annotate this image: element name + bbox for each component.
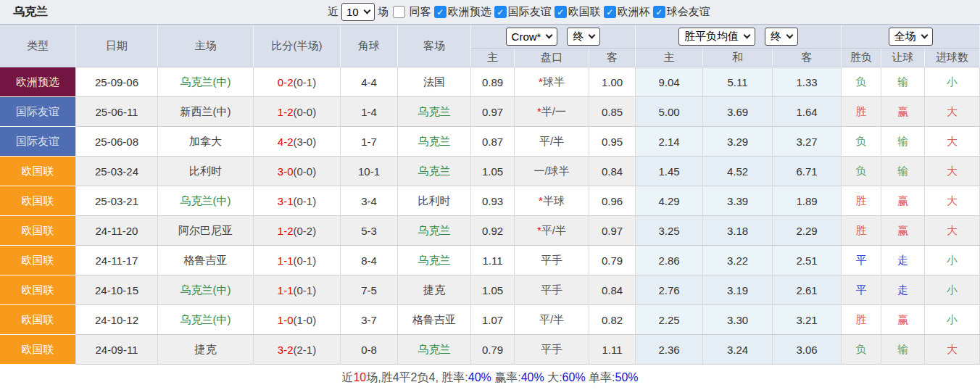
euro-draw-odds: 3.30 — [703, 305, 773, 335]
sub-header-2: 客 — [589, 49, 636, 67]
corners-cell: 3-4 — [341, 186, 398, 216]
euro-away-odds: 6.71 — [773, 157, 842, 186]
sub-header-1: 盘口 — [515, 49, 589, 67]
result-goals: 大 — [925, 216, 980, 246]
header-group-2: 全场 — [842, 25, 980, 49]
away-team: 比利时 — [398, 186, 471, 216]
europe-average-select[interactable]: 胜平负均值 — [678, 28, 755, 46]
checked-checkbox[interactable]: ✓ — [604, 6, 616, 18]
result-handicap: 输 — [881, 127, 925, 157]
corners-cell: 4-4 — [341, 67, 398, 97]
table-row: 国际友谊25-06-08加拿大4-2(3-0)1-7乌克兰0.87平/半0.95… — [0, 127, 980, 157]
result-goals: 小 — [925, 67, 980, 97]
checkbox-label[interactable]: 同客 — [410, 5, 431, 19]
bookmaker-select-value: Crow* — [512, 30, 541, 43]
match-type-cell: 国际友谊 — [0, 97, 76, 127]
checkbox-label[interactable]: 球会友谊 — [667, 5, 710, 19]
score-cell: 1-1(0-1) — [254, 275, 341, 305]
column-header-1: 日期 — [76, 25, 158, 67]
competition-filters: 同客✓欧洲预选✓国际友谊✓欧国联✓欧洲杯✓球会友谊 — [391, 5, 712, 19]
result-handicap: 赢 — [881, 216, 925, 246]
corners-cell: 0-8 — [341, 335, 398, 365]
summary-segment: 场,胜4平2负4, 胜率: — [366, 370, 468, 386]
asian-away-odds: 0.79 — [589, 246, 636, 275]
result-goals: 大 — [925, 97, 980, 127]
checkbox-label[interactable]: 欧洲预选 — [448, 5, 491, 19]
result-wdl: 胜 — [842, 305, 881, 335]
europe-final-select-value: 终 — [771, 30, 781, 43]
checked-checkbox[interactable]: ✓ — [434, 6, 447, 18]
result-wdl: 胜 — [842, 186, 881, 216]
score-cell: 0-2(0-1) — [254, 67, 341, 97]
match-date: 24-10-15 — [76, 275, 158, 305]
asian-home-odds: 0.93 — [471, 186, 515, 216]
euro-home-odds: 1.45 — [636, 157, 703, 186]
result-wdl: 胜 — [842, 97, 881, 127]
summary-segment: 40% — [521, 371, 544, 384]
recent-count-select[interactable]: 10 — [341, 3, 375, 21]
table-row: 欧国联24-10-12乌克兰(中)1-0(1-0)3-7格鲁吉亚1.07平/半0… — [0, 305, 980, 335]
home-team: 乌克兰(中) — [158, 67, 254, 97]
corners-cell: 8-4 — [341, 246, 398, 275]
europe-final-select[interactable]: 终 — [765, 28, 798, 46]
euro-draw-odds: 3.22 — [703, 246, 773, 275]
asian-final-select[interactable]: 终 — [567, 28, 600, 46]
checked-checkbox[interactable]: ✓ — [555, 6, 567, 18]
top-bar: 乌克兰 近 10 场 同客✓欧洲预选✓国际友谊✓欧国联✓欧洲杯✓球会友谊 — [0, 0, 980, 24]
home-team: 捷克 — [158, 335, 254, 365]
score-cell: 1-0(1-0) — [254, 305, 341, 335]
euro-away-odds: 2.29 — [773, 216, 842, 246]
score-cell: 3-0(0-0) — [254, 157, 341, 186]
checkbox-label[interactable]: 国际友谊 — [508, 5, 552, 19]
asian-home-odds: 1.05 — [471, 157, 515, 186]
asian-handicap: *半/一 — [515, 97, 589, 127]
corners-cell: 5-3 — [341, 216, 398, 246]
chevron-down-icon — [921, 31, 928, 38]
result-wdl: 平 — [842, 275, 881, 305]
score-cell: 1-2(0-2) — [254, 216, 341, 246]
euro-draw-odds: 5.11 — [703, 67, 773, 97]
header-group-0: Crow*终 — [471, 25, 636, 49]
match-stats-page: 乌克兰 近 10 场 同客✓欧洲预选✓国际友谊✓欧国联✓欧洲杯✓球会友谊 类型日… — [0, 0, 980, 390]
match-type-cell: 欧国联 — [0, 186, 76, 216]
scope-select[interactable]: 全场 — [889, 28, 933, 46]
euro-home-odds: 4.29 — [636, 186, 703, 216]
euro-home-odds: 2.76 — [636, 275, 703, 305]
euro-home-odds: 2.25 — [636, 305, 703, 335]
result-goals: 小 — [925, 246, 980, 275]
euro-away-odds: 1.64 — [773, 97, 842, 127]
match-date: 24-11-17 — [76, 246, 158, 275]
match-type-cell: 欧国联 — [0, 157, 76, 186]
checked-checkbox[interactable]: ✓ — [494, 6, 507, 18]
home-team: 比利时 — [158, 157, 254, 186]
team-title: 乌克兰 — [0, 4, 48, 20]
unchecked-checkbox[interactable] — [393, 6, 405, 18]
asian-handicap: *平/半 — [515, 216, 589, 246]
corners-cell: 7-5 — [341, 275, 398, 305]
match-date: 24-09-11 — [76, 335, 158, 365]
table-row: 欧国联25-03-24比利时3-0(0-0)10-1乌克兰1.05一/球半0.8… — [0, 157, 980, 186]
asian-handicap: *半球 — [515, 186, 589, 216]
checked-checkbox[interactable]: ✓ — [653, 6, 665, 18]
checkbox-label[interactable]: 欧洲杯 — [618, 5, 650, 19]
euro-away-odds: 2.61 — [773, 275, 842, 305]
home-team: 加拿大 — [158, 127, 254, 157]
table-row: 欧国联24-09-11捷克3-2(2-1)0-8乌克兰0.79平手1.112.3… — [0, 335, 980, 365]
matches-table-wrap: 类型日期主场比分(半场)角球客场Crow*终胜平负均值终全场主盘口客主和客胜负让… — [0, 24, 980, 365]
away-team: 捷克 — [398, 275, 471, 305]
summary-line: 近10场,胜4平2负4, 胜率:40% 赢率:40% 大:60% 单率:50% — [0, 365, 980, 390]
match-type-cell: 国际友谊 — [0, 127, 76, 157]
column-header-2: 主场 — [158, 25, 254, 67]
asian-handicap: 平/半 — [515, 305, 589, 335]
match-type-cell: 欧国联 — [0, 275, 76, 305]
euro-away-odds: 1.33 — [773, 67, 842, 97]
result-goals: 大 — [925, 127, 980, 157]
away-team: 法国 — [398, 67, 471, 97]
score-cell: 3-1(0-1) — [254, 186, 341, 216]
result-handicap: 赢 — [881, 97, 925, 127]
asian-handicap: 平手 — [515, 246, 589, 275]
result-wdl: 负 — [842, 335, 881, 365]
checkbox-label[interactable]: 欧国联 — [568, 5, 601, 19]
bookmaker-select[interactable]: Crow* — [506, 28, 558, 46]
summary-segment: 大: — [544, 370, 562, 386]
